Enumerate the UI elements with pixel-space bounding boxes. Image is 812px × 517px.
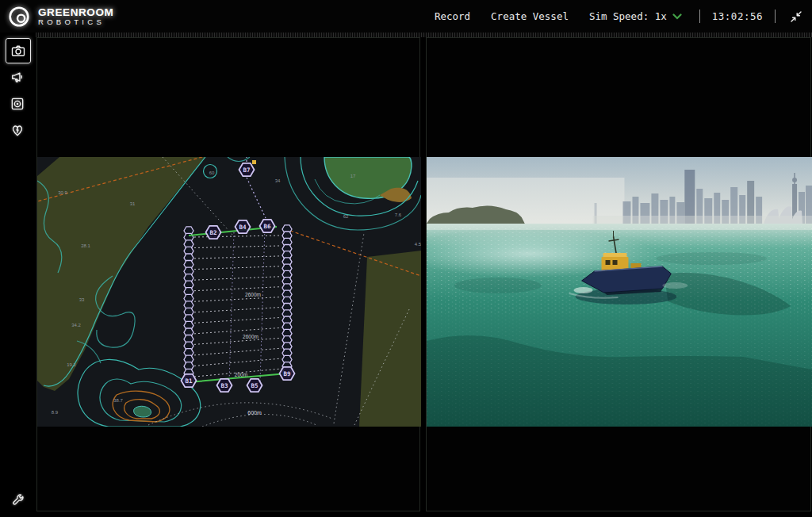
bow-foam (574, 287, 593, 293)
depth-sounding-label: 7.6 (395, 213, 402, 217)
divider (775, 10, 776, 23)
sim-camera-view (427, 157, 812, 427)
sidebar-item-health[interactable] (8, 121, 27, 140)
sidebar-item-announce[interactable] (8, 68, 27, 87)
sim-speed-label: Sim Speed: 1x (589, 10, 667, 22)
depth-sounding-label: 17 (350, 174, 356, 178)
camera-panel (426, 37, 811, 511)
depth-sounding-label: 8.9 (52, 410, 59, 415)
camera-icon (10, 43, 26, 59)
waypoint-label: B9 (283, 370, 291, 377)
chart-panel: B1B2B3B4B5B6B7B92600m2600m200m600m30.931… (36, 37, 420, 511)
distance-label: 200m (235, 372, 247, 377)
sidebar-item-settings[interactable] (8, 491, 27, 510)
megaphone-icon (10, 70, 25, 86)
waypoint-label: B2 (209, 229, 216, 236)
depth-sounding-label: 28.1 (81, 243, 90, 248)
depth-sounding-label: 34 (275, 178, 281, 183)
waypoint-label: B5 (251, 382, 258, 389)
brand-name: GREENROOM ROBOTICS (38, 7, 113, 25)
waypoint-label: B3 (220, 382, 228, 389)
depth-sounding-label: 33 (79, 297, 85, 302)
sidebar-item-record-view[interactable] (8, 94, 27, 113)
depth-sounding-label: 62 (343, 214, 349, 219)
wrench-icon (10, 493, 25, 508)
depth-sounding-label: 4.5 (415, 242, 421, 247)
depth-sounding-label: 30.9 (58, 190, 67, 195)
chevron-down-icon (672, 13, 682, 20)
top-menu: Record Create Vessel Sim Speed: 1x 13:02… (424, 7, 812, 25)
create-vessel-button[interactable]: Create Vessel (481, 7, 579, 25)
distance-label: 2600m (245, 292, 261, 297)
waypoint-label: B4 (239, 224, 247, 231)
nautical-chart: B1B2B3B4B5B6B7B92600m2600m200m600m30.931… (37, 157, 421, 427)
record-button[interactable]: Record (424, 7, 481, 25)
waypoint-label: B6 (263, 223, 271, 230)
collapse-button[interactable] (790, 10, 802, 23)
brand-line1: GREENROOM (38, 7, 113, 18)
waypoint-label: B7 (243, 167, 250, 174)
divider (699, 10, 700, 23)
greenroom-logo-icon (7, 5, 31, 29)
top-bar: GREENROOM ROBOTICS Record Create Vessel … (0, 0, 812, 33)
brand-logo: GREENROOM ROBOTICS (0, 5, 113, 29)
chart-shoal-center (134, 406, 151, 417)
depth-sounding-label: 31 (130, 201, 136, 206)
scale-label: 600m (247, 410, 262, 416)
record-target-icon (10, 96, 25, 112)
distance-label: 2600m (243, 334, 259, 339)
chart-marker-square (252, 160, 256, 164)
depth-sounding-label: 60 (209, 170, 215, 175)
collapse-icon (790, 10, 802, 23)
waypoint-label: B1 (185, 377, 193, 385)
brand-line2: ROBOTICS (38, 18, 113, 26)
depth-sounding-label: 38.7 (113, 398, 123, 403)
sim-speed-dropdown[interactable]: Sim Speed: 1x (579, 7, 692, 25)
chart-viewport[interactable]: B1B2B3B4B5B6B7B92600m2600m200m600m30.931… (37, 157, 419, 427)
app-window: GREENROOM ROBOTICS Record Create Vessel … (0, 0, 812, 517)
depth-sounding-label: 19.2 (67, 362, 76, 367)
depth-sounding-label: 34.2 (71, 323, 81, 327)
sidebar (0, 33, 36, 517)
heart-health-icon (10, 122, 25, 138)
clock: 13:02:56 (707, 10, 768, 22)
sidebar-item-camera[interactable] (6, 38, 31, 63)
camera-viewport[interactable] (427, 157, 810, 427)
